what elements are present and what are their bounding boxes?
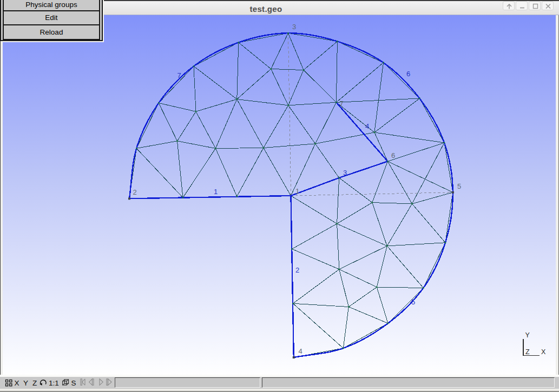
svg-text:X: X: [15, 379, 19, 387]
svg-text:S: S: [71, 379, 76, 387]
svg-text:5: 5: [457, 182, 461, 190]
svg-text:7: 7: [340, 99, 344, 108]
svg-text:6: 6: [391, 151, 395, 160]
svg-text:1: 1: [214, 188, 218, 196]
svg-text:2: 2: [295, 266, 299, 274]
svg-text:1:1: 1:1: [49, 379, 59, 387]
svg-text:6: 6: [406, 70, 410, 78]
svg-text:1: 1: [295, 187, 299, 195]
svg-text:Y: Y: [23, 379, 28, 387]
svg-text:Y: Y: [525, 331, 530, 339]
svg-text:4: 4: [365, 122, 369, 130]
svg-text:7: 7: [177, 71, 181, 79]
svg-text:3: 3: [343, 169, 347, 177]
svg-text:Z: Z: [32, 379, 37, 387]
svg-text:4: 4: [299, 347, 302, 355]
svg-text:5: 5: [411, 298, 415, 306]
svg-text:X: X: [541, 348, 546, 356]
svg-text:2: 2: [133, 188, 137, 196]
svg-text:3: 3: [292, 23, 296, 31]
svg-text:Z: Z: [525, 348, 530, 356]
